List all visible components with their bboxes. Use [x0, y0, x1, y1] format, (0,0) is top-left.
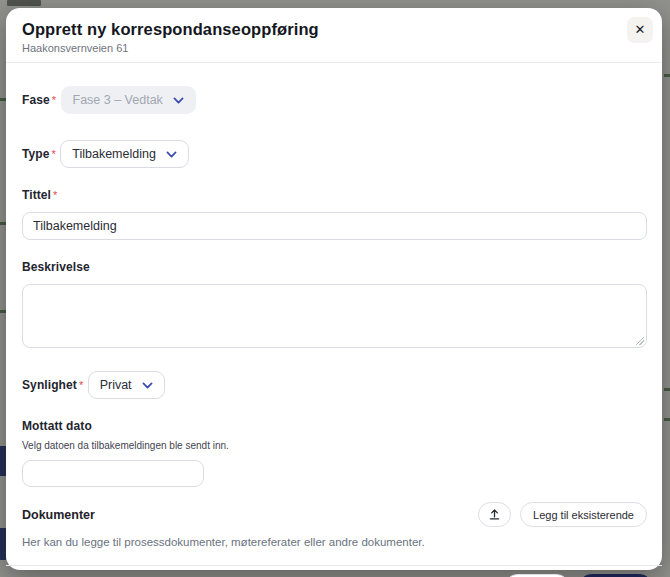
required-asterisk: * — [79, 379, 83, 391]
required-asterisk: * — [52, 148, 56, 160]
backdrop-page-fragment — [664, 74, 670, 77]
chevron-down-icon — [165, 148, 178, 161]
backdrop-page-fragment — [7, 0, 41, 6]
field-mottatt-dato: Mottatt dato Velg datoen da tilbakemeldi… — [22, 416, 647, 487]
synlighet-select[interactable]: Privat — [88, 371, 165, 399]
create-correspondence-dialog: Opprett ny korrespondanseoppføring Haako… — [6, 8, 662, 570]
add-existing-document-button[interactable]: Legg til eksisterende — [520, 502, 647, 527]
required-asterisk: * — [53, 189, 57, 201]
close-icon[interactable]: ✕ — [627, 17, 653, 43]
dialog-title: Opprett ny korrespondanseoppføring — [22, 20, 614, 39]
mottatt-dato-helper: Velg datoen da tilbakemeldingen ble send… — [22, 440, 647, 451]
mottatt-dato-label: Mottatt dato — [22, 419, 92, 433]
field-dokumenter: Dokumenter Legg til eksisterende Her kan… — [22, 502, 647, 548]
type-select-value: Tilbakemelding — [72, 147, 156, 161]
field-type: Type* Tilbakemelding — [22, 131, 647, 168]
mottatt-dato-input[interactable] — [22, 460, 204, 487]
beskrivelse-textarea[interactable] — [22, 284, 647, 348]
tittel-label: Tittel — [22, 188, 51, 202]
dialog-subtitle: Haakonsvernveien 61 — [22, 42, 614, 54]
dokumenter-helper: Her kan du legge til prosessdokumenter, … — [22, 536, 647, 548]
fase-label: Fase — [22, 93, 50, 107]
field-tittel: Tittel* — [22, 185, 647, 240]
dialog-header: Opprett ny korrespondanseoppføring Haako… — [6, 8, 662, 63]
dialog-footer: Avbryt Opprett — [6, 565, 662, 577]
synlighet-label: Synlighet — [22, 378, 77, 392]
required-asterisk: * — [52, 94, 56, 106]
type-select[interactable]: Tilbakemelding — [60, 140, 189, 168]
backdrop-page-fragment — [664, 418, 670, 421]
type-label: Type — [22, 147, 50, 161]
chevron-down-icon — [172, 94, 185, 107]
tittel-input[interactable] — [22, 212, 647, 240]
upload-icon — [488, 508, 501, 521]
resize-grip-icon[interactable] — [635, 336, 644, 345]
fase-select: Fase 3 – Vedtak — [61, 86, 196, 114]
field-synlighet: Synlighet* Privat — [22, 362, 647, 399]
backdrop-page-fragment — [664, 388, 670, 391]
upload-document-button[interactable] — [478, 502, 511, 527]
beskrivelse-label: Beskrivelse — [22, 260, 90, 274]
field-fase: Fase* Fase 3 – Vedtak — [22, 77, 647, 114]
dialog-body: Fase* Fase 3 – Vedtak Type* Tilbakemeldi… — [6, 63, 662, 565]
chevron-down-icon — [141, 379, 154, 392]
field-beskrivelse: Beskrivelse — [22, 257, 647, 348]
fase-select-value: Fase 3 – Vedtak — [73, 93, 163, 107]
dokumenter-label: Dokumenter — [22, 508, 95, 522]
synlighet-select-value: Privat — [100, 378, 132, 392]
